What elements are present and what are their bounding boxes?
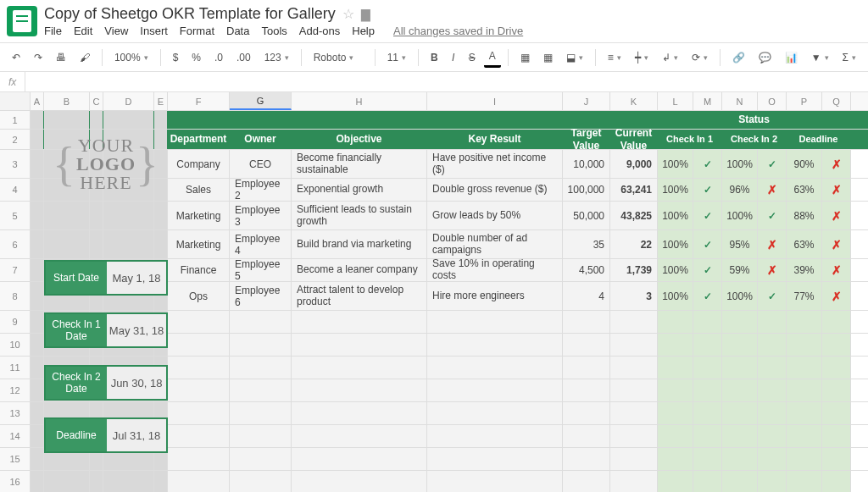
row-header[interactable]: 7 — [0, 259, 31, 281]
menu-edit[interactable]: Edit — [74, 25, 92, 37]
cell-current[interactable]: 3 — [610, 282, 658, 310]
cell-ci1-pct[interactable]: 100% — [658, 282, 693, 310]
cell-ci2-pct[interactable]: 59% — [722, 259, 758, 281]
checkin2-card[interactable]: Check In 2 Date Jun 30, 18 — [44, 365, 168, 401]
bold-icon[interactable]: B — [426, 48, 443, 67]
cell-target[interactable]: 100,000 — [563, 179, 610, 201]
save-status[interactable]: All changes saved in Drive — [393, 25, 523, 37]
cell-objective[interactable]: Build brand via marketing — [292, 230, 427, 258]
menu-format[interactable]: Format — [180, 25, 214, 37]
cell-ci1-status[interactable]: ✓ — [693, 179, 722, 201]
cell-current[interactable]: 22 — [610, 230, 658, 258]
row-header[interactable]: 14 — [0, 425, 31, 447]
cell-dept[interactable]: Ops — [168, 282, 230, 310]
italic-icon[interactable]: I — [447, 48, 460, 67]
currency-icon[interactable]: $ — [168, 48, 184, 67]
borders-icon[interactable]: ▦ — [538, 48, 558, 67]
cell-ci1-pct[interactable]: 100% — [658, 150, 693, 178]
wrap-dropdown[interactable]: ↲▾ — [657, 50, 683, 65]
sheets-app-icon[interactable] — [7, 6, 37, 36]
text-color-icon[interactable]: A — [484, 47, 501, 68]
row-header[interactable]: 1 — [0, 111, 31, 129]
cell-objective[interactable]: Exponential growth — [292, 179, 427, 201]
cell-ci1-status[interactable]: ✓ — [693, 202, 722, 229]
menu-help[interactable]: Help — [352, 25, 375, 37]
cell-dl-status[interactable]: ✗ — [822, 202, 851, 229]
folder-icon[interactable]: ▇ — [361, 8, 370, 21]
menu-addons[interactable]: Add-ons — [299, 25, 340, 37]
cell-ci2-pct[interactable]: 100% — [722, 282, 758, 310]
row-header[interactable]: 2 — [0, 130, 31, 149]
cell-objective[interactable]: Sufficient leads to sustain growth — [292, 202, 427, 229]
cell-owner[interactable]: Employee 5 — [230, 259, 292, 281]
cell-ci1-status[interactable]: ✓ — [693, 282, 722, 310]
font-size-dropdown[interactable]: 11▾ — [382, 50, 411, 65]
font-dropdown[interactable]: Roboto▾ — [309, 50, 368, 65]
strikethrough-icon[interactable]: S — [464, 48, 481, 67]
cell-ci1-pct[interactable]: 100% — [658, 230, 693, 258]
col-header[interactable]: F — [168, 92, 230, 110]
cell-ci2-pct[interactable]: 96% — [722, 179, 758, 201]
col-header[interactable]: A — [31, 92, 44, 110]
col-header[interactable]: H — [292, 92, 427, 110]
cell-target[interactable]: 50,000 — [563, 202, 610, 229]
halign-dropdown[interactable]: ≡▾ — [603, 50, 626, 65]
cell-current[interactable]: 43,825 — [610, 202, 658, 229]
deadline-card[interactable]: Deadline Jul 31, 18 — [44, 417, 168, 453]
document-title[interactable]: Copy of Sheetgo OKR Template for Gallery — [44, 5, 336, 23]
row-header[interactable]: 13 — [0, 402, 31, 424]
cell-ci2-status[interactable]: ✗ — [758, 230, 787, 258]
cell-dept[interactable]: Marketing — [168, 230, 230, 258]
zoom-dropdown[interactable]: 100%▾ — [109, 50, 153, 65]
table-row[interactable]: 4SalesEmployee 2Exponential growthDouble… — [0, 179, 868, 202]
cell-target[interactable]: 10,000 — [563, 150, 610, 178]
col-header[interactable]: L — [658, 92, 693, 110]
comment-icon[interactable]: 💬 — [754, 48, 776, 67]
cell-key-result[interactable]: Hire more engineers — [427, 282, 563, 310]
rotate-dropdown[interactable]: ⟳▾ — [687, 50, 713, 65]
cell-ci1-status[interactable]: ✓ — [693, 230, 722, 258]
grid-body[interactable]: 1 Status 2 Department Owner Objective Ke… — [0, 111, 868, 492]
increase-decimal-icon[interactable]: .00 — [231, 48, 256, 67]
cell-key-result[interactable]: Double number of ad campaigns — [427, 230, 563, 258]
row-header[interactable]: 5 — [0, 202, 31, 229]
cell-key-result[interactable]: Have positive net income ($) — [427, 150, 563, 178]
cell-dl-status[interactable]: ✗ — [822, 179, 851, 201]
valign-dropdown[interactable]: ┿▾ — [630, 50, 654, 65]
col-header[interactable]: P — [787, 92, 822, 110]
cell-dl-pct[interactable]: 39% — [787, 259, 822, 281]
menu-data[interactable]: Data — [226, 25, 249, 37]
redo-icon[interactable]: ↷ — [29, 48, 47, 67]
merge-dropdown[interactable]: ⬓▾ — [561, 50, 588, 65]
cell-key-result[interactable]: Grow leads by 50% — [427, 202, 563, 229]
print-icon[interactable]: 🖶 — [51, 48, 71, 67]
empty-row[interactable]: 16 — [0, 471, 868, 492]
cell-current[interactable]: 9,000 — [610, 150, 658, 178]
col-header[interactable]: D — [103, 92, 154, 110]
cell-dl-pct[interactable]: 90% — [787, 150, 822, 178]
col-header[interactable]: Q — [822, 92, 851, 110]
cell-dl-status[interactable]: ✗ — [822, 230, 851, 258]
menu-tools[interactable]: Tools — [261, 25, 287, 37]
table-row[interactable]: 5MarketingEmployee 3Sufficient leads to … — [0, 202, 868, 230]
table-row[interactable]: 6MarketingEmployee 4Build brand via mark… — [0, 230, 868, 259]
cell-ci1-pct[interactable]: 100% — [658, 259, 693, 281]
col-header[interactable]: N — [722, 92, 758, 110]
cell-owner[interactable]: Employee 2 — [230, 179, 292, 201]
cell-ci1-pct[interactable]: 100% — [658, 202, 693, 229]
filter-dropdown[interactable]: ▼▾ — [806, 50, 834, 65]
cell-ci2-status[interactable]: ✗ — [758, 259, 787, 281]
col-header[interactable]: I — [427, 92, 563, 110]
cell-current[interactable]: 1,739 — [610, 259, 658, 281]
cell-ci2-status[interactable]: ✗ — [758, 179, 787, 201]
cell-objective[interactable]: Become a leaner company — [292, 259, 427, 281]
cell-dept[interactable]: Sales — [168, 179, 230, 201]
col-header[interactable]: K — [610, 92, 658, 110]
paint-format-icon[interactable]: 🖌 — [75, 48, 95, 67]
link-icon[interactable]: 🔗 — [727, 48, 750, 67]
menu-view[interactable]: View — [104, 25, 128, 37]
cell-ci2-status[interactable]: ✓ — [758, 282, 787, 310]
menu-insert[interactable]: Insert — [140, 25, 168, 37]
cell-objective[interactable]: Attract talent to develop product — [292, 282, 427, 310]
number-format-dropdown[interactable]: 123▾ — [259, 50, 294, 65]
